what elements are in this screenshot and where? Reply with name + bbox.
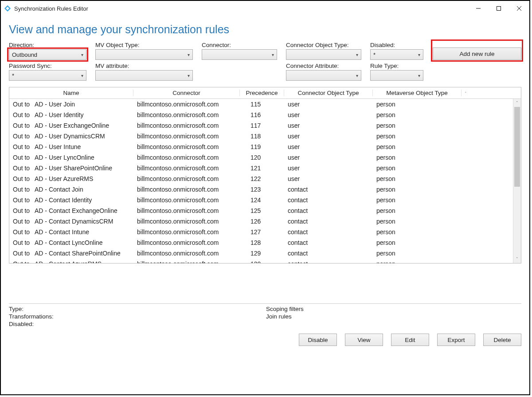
- cell-precedence: 124: [240, 197, 284, 204]
- cell-connector: billmcontoso.onmicrosoft.com: [133, 197, 240, 204]
- cell-metaverse-object-type: person: [373, 197, 462, 204]
- table-row[interactable]: Out to AD - User Joinbillmcontoso.onmicr…: [9, 99, 521, 110]
- direction-value: Outbound: [12, 51, 37, 58]
- table-row[interactable]: Out to AD - Contact SharePointOnlinebill…: [9, 248, 521, 259]
- details-panel: Type: Transformations: Disabled: Scoping…: [9, 303, 521, 327]
- direction-combo[interactable]: Outbound ▾: [9, 49, 86, 60]
- cell-metaverse-object-type: person: [373, 228, 462, 236]
- connector-object-type-label: Connector Object Type:: [286, 42, 361, 48]
- view-button[interactable]: View: [345, 334, 383, 346]
- table-row[interactable]: Out to AD - User SharePointOnlinebillmco…: [9, 163, 521, 173]
- cell-connector: billmcontoso.onmicrosoft.com: [133, 101, 240, 108]
- cell-connector-object-type: contact: [284, 218, 373, 225]
- table-row[interactable]: Out to AD - Contact Intunebillmcontoso.o…: [9, 227, 521, 237]
- svg-line-4: [517, 6, 521, 11]
- mv-object-type-combo[interactable]: ▾: [95, 49, 193, 60]
- scroll-track[interactable]: [513, 107, 521, 255]
- col-precedence[interactable]: Precedence: [240, 90, 284, 96]
- mv-attribute-combo[interactable]: ▾: [95, 70, 193, 81]
- disabled-combo[interactable]: * ▾: [370, 49, 423, 60]
- cell-metaverse-object-type: person: [373, 101, 462, 108]
- maximize-button[interactable]: [489, 1, 509, 16]
- cell-connector-object-type: contact: [284, 207, 373, 214]
- cell-connector: billmcontoso.onmicrosoft.com: [133, 143, 240, 150]
- cell-precedence: 123: [240, 186, 284, 193]
- table-row[interactable]: Out to AD - User Identitybillmcontoso.on…: [9, 110, 521, 120]
- table-row[interactable]: Out to AD - Contact Identitybillmcontoso…: [9, 195, 521, 205]
- svg-rect-3: [497, 7, 501, 11]
- cell-precedence: 121: [240, 165, 284, 172]
- cell-connector-object-type: user: [284, 133, 373, 140]
- chevron-down-icon: ▾: [81, 52, 83, 57]
- cell-name: Out to AD - Contact DynamicsCRM: [9, 218, 133, 225]
- connector-combo[interactable]: ▾: [202, 49, 277, 60]
- scroll-up-button[interactable]: ˄: [513, 99, 521, 107]
- table-row[interactable]: Out to AD - Contact DynamicsCRMbillmcont…: [9, 216, 521, 227]
- cell-name: Out to AD - Contact Intune: [9, 228, 133, 236]
- app-window: Synchronization Rules Editor View and ma…: [0, 0, 530, 395]
- scroll-thumb[interactable]: [514, 107, 520, 187]
- export-button[interactable]: Export: [437, 334, 475, 346]
- disable-button[interactable]: Disable: [299, 334, 337, 346]
- col-metaverse-object-type[interactable]: Metaverse Object Type: [373, 90, 462, 96]
- table-header: Name Connector Precedence Connector Obje…: [9, 87, 521, 99]
- scroll-down-button[interactable]: ˅: [513, 255, 521, 263]
- table-row[interactable]: Out to AD - User Intunebillmcontoso.onmi…: [9, 142, 521, 152]
- table-row[interactable]: Out to AD - User AzureRMSbillmcontoso.on…: [9, 173, 521, 184]
- cell-connector: billmcontoso.onmicrosoft.com: [133, 207, 240, 214]
- minimize-button[interactable]: [468, 1, 489, 16]
- cell-metaverse-object-type: person: [373, 175, 462, 182]
- disabled-label: Disabled:: [370, 42, 423, 48]
- chevron-down-icon: ▾: [81, 73, 83, 78]
- cell-metaverse-object-type: person: [373, 250, 462, 257]
- table-row[interactable]: Out to AD - User LyncOnlinebillmcontoso.…: [9, 152, 521, 163]
- app-icon: [4, 4, 12, 12]
- rule-type-combo[interactable]: ▾: [370, 70, 423, 81]
- cell-name: Out to AD - Contact AzureRMS: [9, 260, 133, 263]
- table-row[interactable]: Out to AD - Contact AzureRMSbillmcontoso…: [9, 259, 521, 263]
- connector-attribute-combo[interactable]: ▾: [286, 70, 361, 81]
- cell-connector: billmcontoso.onmicrosoft.com: [133, 111, 240, 118]
- cell-connector-object-type: user: [284, 175, 373, 182]
- table-row[interactable]: Out to AD - User ExchangeOnlinebillmcont…: [9, 120, 521, 131]
- cell-metaverse-object-type: person: [373, 207, 462, 214]
- cell-name: Out to AD - User Intune: [9, 143, 133, 150]
- cell-precedence: 129: [240, 250, 284, 257]
- cell-name: Out to AD - Contact ExchangeOnline: [9, 207, 133, 214]
- table-row[interactable]: Out to AD - Contact Joinbillmcontoso.onm…: [9, 184, 521, 195]
- close-button[interactable]: [509, 1, 529, 16]
- cell-precedence: 118: [240, 133, 284, 140]
- table-body: Out to AD - User Joinbillmcontoso.onmicr…: [9, 99, 521, 263]
- cell-metaverse-object-type: person: [373, 260, 462, 263]
- cell-connector: billmcontoso.onmicrosoft.com: [133, 239, 240, 246]
- table-row[interactable]: Out to AD - Contact LyncOnlinebillmconto…: [9, 237, 521, 248]
- cell-metaverse-object-type: person: [373, 239, 462, 246]
- table-row[interactable]: Out to AD - User DynamicsCRMbillmcontoso…: [9, 131, 521, 142]
- detail-join-label: Join rules: [266, 313, 304, 320]
- cell-name: Out to AD - Contact LyncOnline: [9, 239, 133, 246]
- add-new-rule-button[interactable]: Add new rule: [433, 47, 521, 60]
- chevron-down-icon: ▾: [418, 52, 420, 57]
- connector-object-type-combo[interactable]: ▾: [286, 49, 361, 60]
- detail-transformations-label: Transformations:: [9, 313, 266, 320]
- password-sync-combo[interactable]: * ▾: [9, 70, 86, 81]
- cell-connector-object-type: user: [284, 122, 373, 129]
- col-name[interactable]: Name: [9, 90, 133, 96]
- table-row[interactable]: Out to AD - Contact ExchangeOnlinebillmc…: [9, 205, 521, 216]
- cell-connector-object-type: contact: [284, 197, 373, 204]
- cell-connector: billmcontoso.onmicrosoft.com: [133, 186, 240, 193]
- chevron-down-icon: ▾: [418, 73, 420, 78]
- col-connector[interactable]: Connector: [133, 90, 240, 96]
- cell-precedence: 127: [240, 228, 284, 236]
- cell-name: Out to AD - Contact Join: [9, 186, 133, 193]
- chevron-up-icon: ˄: [465, 91, 467, 96]
- col-connector-object-type[interactable]: Connector Object Type: [284, 90, 373, 96]
- edit-button[interactable]: Edit: [391, 334, 429, 346]
- cell-metaverse-object-type: person: [373, 218, 462, 225]
- vertical-scrollbar[interactable]: ˄ ˅: [513, 99, 521, 263]
- delete-button[interactable]: Delete: [483, 334, 521, 346]
- col-scroll-gap: ˄: [462, 90, 469, 96]
- cell-connector: billmcontoso.onmicrosoft.com: [133, 260, 240, 263]
- cell-metaverse-object-type: person: [373, 154, 462, 161]
- rule-type-label: Rule Type:: [370, 63, 423, 69]
